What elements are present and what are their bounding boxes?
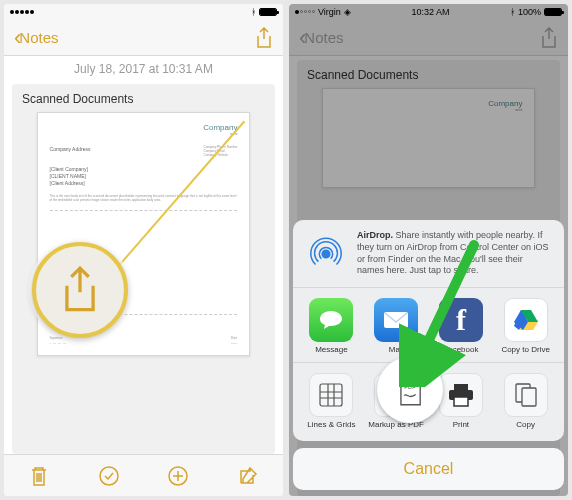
action-label: Lines & Grids	[307, 420, 355, 429]
copy-icon	[504, 373, 548, 417]
battery-indicator	[259, 8, 277, 16]
action-label: Print	[453, 420, 469, 429]
annotation-arrow	[399, 237, 489, 387]
action-copy[interactable]: Copy	[493, 373, 558, 429]
app-label: Copy to Drive	[501, 345, 549, 354]
note-timestamp: July 18, 2017 at 10:31 AM	[4, 56, 283, 80]
back-label: Notes	[19, 29, 58, 46]
share-app-message[interactable]: Message	[299, 298, 364, 354]
checklist-button[interactable]	[97, 464, 121, 488]
lines-grids-icon	[309, 373, 353, 417]
cancel-button[interactable]: Cancel	[293, 448, 564, 490]
svg-line-15	[417, 245, 474, 365]
bluetooth-icon: ᚼ	[251, 7, 256, 17]
svg-rect-7	[320, 384, 342, 406]
svg-rect-13	[522, 388, 536, 406]
document-title: Scanned Documents	[22, 92, 265, 106]
status-bar: ᚼ	[4, 4, 283, 20]
annotation-callout-circle	[32, 242, 128, 338]
signal-indicator	[10, 10, 34, 14]
svg-rect-11	[454, 397, 468, 406]
nav-bar: ‹ Notes	[4, 20, 283, 56]
svg-point-2	[322, 250, 330, 258]
airdrop-icon	[307, 235, 345, 273]
phone-left: ᚼ ‹ Notes July 18, 2017 at 10:31 AM Scan…	[4, 4, 283, 496]
message-icon	[309, 298, 353, 342]
svg-point-0	[100, 467, 118, 485]
action-lines-grids[interactable]: Lines & Grids	[299, 373, 364, 429]
share-button[interactable]	[255, 27, 273, 49]
trash-button[interactable]	[27, 464, 51, 488]
bottom-toolbar	[4, 454, 283, 496]
phone-right: Virgin ◈ 10:32 AM ᚼ 100% ‹ Notes Scanne	[289, 4, 568, 496]
back-button[interactable]: ‹ Notes	[14, 25, 59, 51]
compose-button[interactable]	[236, 464, 260, 488]
app-label: Message	[315, 345, 347, 354]
add-button[interactable]	[166, 464, 190, 488]
share-app-drive[interactable]: Copy to Drive	[493, 298, 558, 354]
drive-icon	[504, 298, 548, 342]
action-label: Copy	[516, 420, 535, 429]
